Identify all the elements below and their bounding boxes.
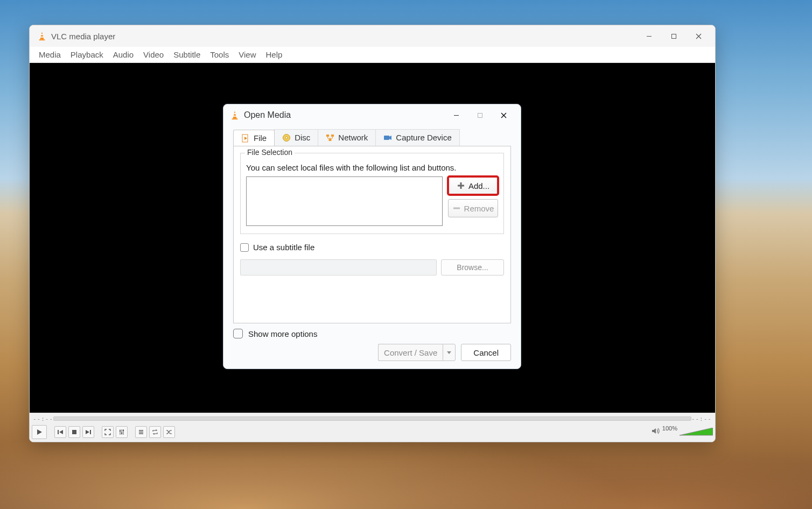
menu-media[interactable]: Media [34, 48, 66, 61]
svg-rect-27 [234, 113, 236, 114]
extended-settings-button[interactable] [116, 426, 128, 438]
menu-subtitle[interactable]: Subtitle [169, 48, 205, 61]
dialog-actions: Convert / Save Cancel [378, 344, 511, 361]
convert-save-label: Convert / Save [384, 348, 437, 357]
menu-help[interactable]: Help [261, 48, 288, 61]
tab-capture-label: Capture Device [396, 133, 451, 142]
show-more-label: Show more options [248, 329, 317, 338]
close-button[interactable] [686, 28, 711, 44]
svg-rect-2 [40, 37, 44, 38]
svg-marker-8 [37, 429, 42, 435]
cancel-button-label: Cancel [473, 348, 499, 357]
previous-button[interactable] [54, 426, 66, 438]
svg-marker-46 [447, 351, 451, 354]
cancel-button[interactable]: Cancel [461, 344, 511, 361]
svg-rect-44 [458, 185, 464, 187]
playback-bar: --:-- --:-- 100% [30, 413, 715, 442]
playlist-button[interactable] [135, 426, 147, 438]
tab-file-label: File [254, 133, 267, 143]
main-titlebar: VLC media player [30, 25, 715, 47]
svg-point-37 [285, 137, 288, 139]
tab-disc-label: Disc [295, 133, 310, 142]
speaker-icon[interactable] [652, 427, 660, 437]
next-button[interactable] [82, 426, 94, 438]
play-button[interactable] [32, 425, 47, 439]
svg-rect-5 [671, 34, 676, 38]
menu-playback[interactable]: Playback [66, 48, 108, 61]
file-selection-legend: File Selection [245, 148, 295, 157]
volume-slider[interactable] [680, 428, 713, 436]
disc-icon [282, 133, 291, 142]
stop-button[interactable] [68, 426, 80, 438]
maximize-button[interactable] [661, 28, 686, 44]
svg-rect-31 [478, 113, 482, 117]
menu-audio[interactable]: Audio [108, 48, 138, 61]
seek-slider[interactable] [53, 416, 691, 421]
add-button-label: Add... [468, 181, 489, 190]
total-time: --:-- [691, 415, 712, 422]
svg-rect-3 [39, 39, 45, 40]
menu-view[interactable]: View [234, 48, 261, 61]
use-subtitle-checkbox[interactable] [240, 243, 249, 252]
network-icon [326, 133, 334, 142]
add-button[interactable]: Add... [448, 176, 498, 195]
menubar: Media Playback Audio Video Subtitle Tool… [30, 47, 715, 63]
file-icon [241, 134, 250, 143]
svg-marker-23 [652, 428, 656, 434]
dialog-close-button[interactable] [492, 108, 515, 123]
dialog-tabs: File Disc Network Capture Device [223, 129, 521, 146]
svg-rect-9 [58, 430, 59, 434]
minimize-button[interactable] [636, 28, 661, 44]
svg-rect-39 [331, 135, 334, 137]
file-selection-group: File Selection You can select local file… [240, 153, 504, 234]
vlc-cone-icon [230, 110, 240, 120]
dialog-minimize-button[interactable] [444, 108, 468, 123]
convert-save-dropdown[interactable] [443, 344, 456, 361]
svg-rect-28 [233, 116, 236, 117]
tab-file-page: File Selection You can select local file… [233, 146, 511, 323]
shuffle-button[interactable] [163, 426, 175, 438]
tab-capture-device[interactable]: Capture Device [375, 129, 459, 146]
capture-icon [383, 133, 392, 142]
volume-percent: 100% [662, 425, 677, 432]
svg-point-17 [120, 430, 121, 432]
remove-button[interactable]: Remove [448, 199, 498, 217]
playback-controls: 100% [32, 424, 713, 440]
svg-rect-11 [72, 430, 76, 434]
menu-video[interactable]: Video [138, 48, 169, 61]
svg-marker-0 [40, 32, 44, 39]
svg-point-18 [121, 433, 123, 434]
convert-save-button[interactable]: Convert / Save [378, 344, 456, 361]
dialog-maximize-button[interactable] [468, 108, 492, 123]
volume-control: 100% [652, 427, 713, 437]
svg-marker-42 [389, 136, 391, 140]
svg-rect-38 [326, 135, 329, 137]
show-more-row: Show more options [233, 329, 317, 338]
svg-rect-13 [90, 430, 91, 434]
subtitle-row: Use a subtitle file [240, 243, 504, 252]
loop-button[interactable] [149, 426, 161, 438]
tab-disc[interactable]: Disc [274, 129, 318, 146]
browse-subtitle-button[interactable]: Browse... [441, 259, 504, 275]
show-more-checkbox[interactable] [233, 329, 243, 338]
svg-rect-45 [453, 208, 460, 209]
svg-rect-41 [384, 136, 389, 140]
svg-rect-40 [329, 139, 332, 141]
tab-network-label: Network [338, 133, 368, 142]
svg-marker-26 [233, 111, 236, 118]
svg-point-19 [123, 430, 124, 432]
plus-icon [457, 181, 465, 190]
svg-marker-10 [59, 430, 63, 434]
tab-file[interactable]: File [233, 130, 275, 146]
svg-rect-1 [41, 34, 44, 35]
svg-marker-12 [86, 430, 89, 434]
menu-tools[interactable]: Tools [205, 48, 234, 61]
tab-network[interactable]: Network [318, 129, 376, 146]
dialog-titlebar: Open Media [223, 104, 521, 126]
vlc-cone-icon [37, 31, 47, 41]
dialog-title: Open Media [244, 110, 444, 120]
minus-icon [452, 204, 461, 213]
browse-button-label: Browse... [457, 263, 488, 272]
file-list[interactable] [246, 176, 443, 226]
fullscreen-button[interactable] [102, 426, 114, 438]
